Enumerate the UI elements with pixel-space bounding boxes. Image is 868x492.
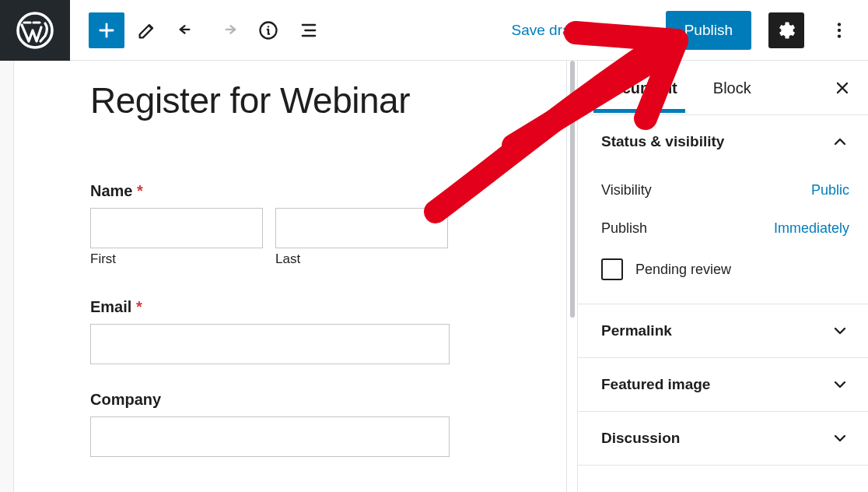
outline-button[interactable]: [291, 12, 327, 48]
close-icon: [833, 79, 852, 97]
info-button[interactable]: [250, 12, 286, 48]
panel-head-status[interactable]: Status & visibility: [578, 115, 868, 168]
editor-top-bar: Save draft Preview Publish: [0, 0, 868, 61]
publish-button[interactable]: Publish: [666, 11, 751, 50]
visibility-value-button[interactable]: Public: [811, 182, 849, 199]
email-label-text: Email: [90, 298, 131, 315]
tab-block[interactable]: Block: [705, 62, 759, 113]
first-name-sublabel: First: [90, 251, 263, 267]
svg-point-4: [838, 34, 841, 37]
panel-head-permalink[interactable]: Permalink: [578, 304, 868, 357]
field-company: Company: [90, 391, 529, 457]
undo-button[interactable]: [170, 12, 205, 48]
toolbar-right: Save draft Preview Publish: [511, 11, 868, 50]
settings-toggle-button[interactable]: [768, 12, 804, 48]
panel-title-status: Status & visibility: [601, 133, 724, 150]
required-asterisk: *: [137, 182, 143, 199]
email-input[interactable]: [90, 324, 450, 364]
email-label: Email *: [90, 298, 529, 316]
company-label: Company: [90, 391, 529, 409]
dots-vertical-icon: [829, 20, 849, 40]
tab-document[interactable]: Document: [593, 62, 685, 113]
pencil-icon: [136, 19, 158, 41]
gear-icon: [775, 19, 797, 41]
panel-title-discussion: Discussion: [601, 430, 680, 447]
editor-scrollbar[interactable]: [566, 61, 577, 492]
wp-logo[interactable]: [0, 0, 70, 61]
chevron-down-icon: [831, 375, 849, 394]
field-name: Name * First Last: [90, 182, 529, 267]
toolbar-left: [70, 12, 327, 48]
company-input[interactable]: [90, 416, 450, 457]
editor-canvas[interactable]: Register for Webinar Name * First Last E…: [14, 61, 566, 492]
row-publish-time: Publish Immediately: [601, 209, 849, 248]
required-asterisk: *: [136, 298, 142, 315]
panel-discussion: Discussion: [578, 412, 868, 466]
svg-point-3: [838, 28, 841, 31]
chevron-up-icon: [831, 132, 849, 151]
redo-button[interactable]: [210, 12, 246, 48]
page-title-input[interactable]: Register for Webinar: [90, 79, 529, 121]
panel-title-featured: Featured image: [601, 376, 710, 393]
panel-permalink: Permalink: [578, 304, 868, 358]
panel-head-featured[interactable]: Featured image: [578, 358, 868, 411]
first-name-input[interactable]: [90, 208, 263, 248]
save-draft-link[interactable]: Save draft: [511, 22, 579, 39]
panel-status-visibility: Status & visibility Visibility Public Pu…: [578, 115, 868, 304]
outline-icon: [298, 19, 320, 41]
preview-link[interactable]: Preview: [596, 22, 649, 39]
left-gutter: [0, 61, 14, 492]
publish-time-value-button[interactable]: Immediately: [774, 220, 849, 237]
info-icon: [257, 19, 279, 41]
sidebar-tabs: Document Block: [578, 61, 868, 115]
add-block-button[interactable]: [89, 12, 124, 48]
more-options-button[interactable]: [821, 12, 857, 48]
edit-mode-button[interactable]: [129, 12, 165, 48]
chevron-down-icon: [831, 322, 849, 340]
svg-point-2: [838, 23, 841, 26]
plus-icon: [96, 19, 117, 41]
row-visibility: Visibility Public: [601, 171, 849, 209]
undo-icon: [177, 19, 198, 41]
name-label-text: Name: [90, 182, 132, 199]
visibility-label: Visibility: [601, 182, 652, 199]
last-name-input[interactable]: [275, 208, 448, 248]
pending-review-checkbox[interactable]: [601, 258, 623, 280]
pending-review-label: Pending review: [635, 262, 731, 278]
panel-title-permalink: Permalink: [601, 322, 672, 339]
panel-featured-image: Featured image: [578, 358, 868, 412]
redo-icon: [217, 19, 239, 41]
wordpress-icon: [16, 12, 54, 49]
settings-sidebar: Document Block Status & visibility Visib…: [577, 61, 868, 492]
field-email: Email *: [90, 298, 529, 364]
chevron-down-icon: [831, 429, 849, 448]
panel-head-discussion[interactable]: Discussion: [578, 412, 868, 465]
publish-time-label: Publish: [601, 220, 647, 237]
name-label: Name *: [90, 182, 529, 200]
close-sidebar-button[interactable]: [829, 75, 856, 101]
row-pending-review: Pending review: [601, 248, 849, 280]
last-name-sublabel: Last: [275, 251, 448, 267]
